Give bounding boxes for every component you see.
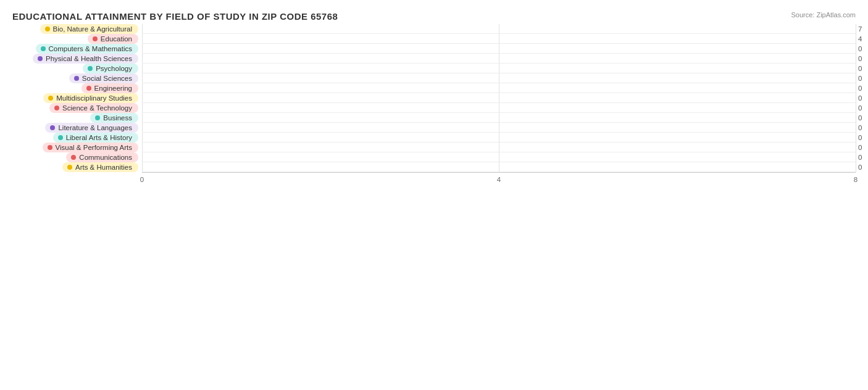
bar-value: 0 xyxy=(858,124,862,131)
bar-value: 0 xyxy=(858,154,862,161)
bar-row: Visual & Performing Arts 0 xyxy=(12,143,856,152)
bar-row: Bio, Nature & Agricultural 7 xyxy=(12,24,856,34)
bar-value: 0 xyxy=(858,134,862,141)
label-dot xyxy=(93,36,98,41)
bar-label: Computers & Mathematics xyxy=(12,44,142,54)
bar-value: 0 xyxy=(858,94,862,102)
bars-section: Bio, Nature & Agricultural 7 Education 4 xyxy=(12,24,856,191)
bar-row: Engineering 0 xyxy=(12,83,856,93)
label-pill: Science & Technology xyxy=(49,103,138,113)
bar-label-text: Arts & Humanities xyxy=(75,164,132,171)
chart-title: EDUCATIONAL ATTAINMENT BY FIELD OF STUDY… xyxy=(12,11,856,22)
bar-row: Psychology 0 xyxy=(12,64,856,73)
label-pill: Business xyxy=(90,113,138,123)
label-dot xyxy=(48,145,52,150)
bar-label-text: Literature & Languages xyxy=(58,124,132,131)
bar-label-text: Education xyxy=(101,35,132,43)
bar-label-text: Physical & Health Sciences xyxy=(46,55,132,62)
bar-label: Liberal Arts & History xyxy=(12,133,142,143)
bar-label: Science & Technology xyxy=(12,103,142,113)
label-dot xyxy=(88,66,93,71)
label-pill: Social Sciences xyxy=(69,73,138,83)
label-dot xyxy=(45,27,50,31)
bar-label: Education xyxy=(12,34,142,44)
bar-row: Arts & Humanities 0 xyxy=(12,162,856,172)
label-pill: Multidisciplinary Studies xyxy=(43,93,138,103)
label-pill: Engineering xyxy=(81,83,138,93)
bar-label-text: Visual & Performing Arts xyxy=(56,144,132,151)
bar-label: Arts & Humanities xyxy=(12,162,142,172)
x-tick: 0 xyxy=(140,176,144,183)
bar-row: Multidisciplinary Studies 0 xyxy=(12,93,856,103)
x-tick: 4 xyxy=(497,176,501,183)
label-dot xyxy=(48,96,53,101)
bar-row: Business 0 xyxy=(12,113,856,123)
label-pill: Psychology xyxy=(83,64,138,73)
bar-label-text: Social Sciences xyxy=(82,75,132,82)
bar-label: Literature & Languages xyxy=(12,123,142,133)
label-pill: Physical & Health Sciences xyxy=(33,54,138,64)
bar-value: 7 xyxy=(858,25,862,33)
label-dot xyxy=(41,46,46,51)
bar-value: 0 xyxy=(858,75,862,82)
bar-value: 0 xyxy=(858,55,862,62)
bar-value: 0 xyxy=(858,144,862,151)
bar-label: Communications xyxy=(12,152,142,162)
label-pill: Computers & Mathematics xyxy=(36,44,139,54)
bar-label-text: Communications xyxy=(79,154,132,161)
label-dot xyxy=(74,76,79,81)
bar-label: Bio, Nature & Agricultural xyxy=(12,24,142,34)
label-dot xyxy=(86,86,91,91)
label-pill: Arts & Humanities xyxy=(62,162,138,172)
bar-row: Computers & Mathematics 0 xyxy=(12,44,856,54)
bar-value: 4 xyxy=(858,35,862,43)
bar-label-text: Computers & Mathematics xyxy=(49,45,133,52)
bar-label: Multidisciplinary Studies xyxy=(12,93,142,103)
bar-row: Social Sciences 0 xyxy=(12,73,856,83)
bar-label-text: Science & Technology xyxy=(62,104,132,112)
bar-label-text: Multidisciplinary Studies xyxy=(56,94,132,102)
label-dot xyxy=(95,115,100,120)
bar-label-text: Liberal Arts & History xyxy=(66,134,132,141)
label-pill: Literature & Languages xyxy=(45,123,138,133)
bar-row: Communications 0 xyxy=(12,152,856,162)
bar-label-text: Engineering xyxy=(94,85,132,92)
bar-label-text: Psychology xyxy=(96,65,132,72)
bar-label: Business xyxy=(12,113,142,123)
bar-label: Psychology xyxy=(12,64,142,73)
bar-label: Physical & Health Sciences xyxy=(12,54,142,64)
bar-label: Visual & Performing Arts xyxy=(12,143,142,152)
label-pill: Liberal Arts & History xyxy=(53,133,138,143)
bar-label-text: Business xyxy=(103,114,132,122)
label-pill: Bio, Nature & Agricultural xyxy=(40,24,138,34)
bar-row: Physical & Health Sciences 0 xyxy=(12,54,856,64)
label-dot xyxy=(54,106,59,110)
label-pill: Visual & Performing Arts xyxy=(43,143,138,152)
label-pill: Education xyxy=(88,34,138,44)
bar-value: 0 xyxy=(858,164,862,171)
bar-row: Education 4 xyxy=(12,34,856,44)
bar-value: 0 xyxy=(858,45,862,52)
bar-value: 0 xyxy=(858,85,862,92)
label-dot xyxy=(38,56,43,61)
source-text: Source: ZipAtlas.com xyxy=(791,11,856,19)
bar-value: 0 xyxy=(858,65,862,72)
label-dot xyxy=(50,125,55,130)
bar-value: 0 xyxy=(858,114,862,122)
x-axis-line xyxy=(142,172,856,173)
bar-label-text: Bio, Nature & Agricultural xyxy=(53,25,132,33)
bar-label: Engineering xyxy=(12,83,142,93)
bar-label: Social Sciences xyxy=(12,73,142,83)
bar-row: Science & Technology 0 xyxy=(12,103,856,113)
label-dot xyxy=(58,135,63,140)
label-dot xyxy=(71,155,76,160)
label-dot xyxy=(67,165,72,170)
bar-row: Liberal Arts & History 0 xyxy=(12,133,856,143)
x-axis: 048 xyxy=(142,172,856,191)
chart-container: EDUCATIONAL ATTAINMENT BY FIELD OF STUDY… xyxy=(0,0,868,390)
label-pill: Communications xyxy=(66,152,138,162)
grid-line xyxy=(856,24,856,172)
x-tick: 8 xyxy=(854,176,858,183)
bar-row: Literature & Languages 0 xyxy=(12,123,856,133)
bar-value: 0 xyxy=(858,104,862,112)
